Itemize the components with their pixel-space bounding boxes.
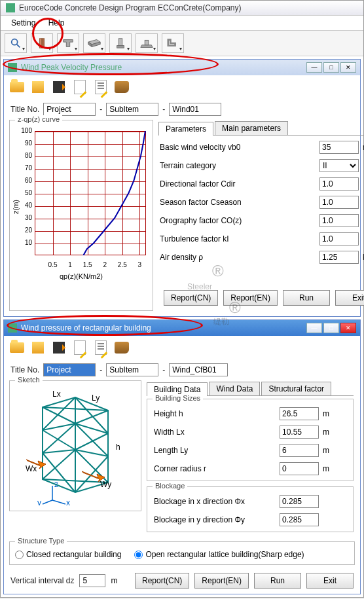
sketch-title: Sketch <box>15 376 43 384</box>
project-input-2[interactable] <box>43 363 96 376</box>
project-input[interactable] <box>43 103 96 116</box>
svg-rect-3 <box>42 39 45 48</box>
svg-text:h: h <box>116 443 120 452</box>
exit-button[interactable]: Exit <box>335 290 364 306</box>
tool-slab[interactable]: ▾ <box>83 33 105 53</box>
chart-xlabel: qp(z)(KN/m2) <box>60 272 103 280</box>
svg-rect-6 <box>145 40 149 45</box>
app-icon <box>6 3 15 12</box>
cseason-input[interactable] <box>319 196 359 209</box>
menu-setting[interactable]: Setting <box>6 17 41 29</box>
blockage-x-input[interactable] <box>280 495 319 508</box>
run-button[interactable]: Run <box>283 290 330 306</box>
cseason-label: Season factor Cseason <box>160 198 316 207</box>
svg-text:y: y <box>37 498 41 505</box>
open-button[interactable] <box>8 78 26 96</box>
width-input[interactable] <box>280 426 319 439</box>
open-button-2[interactable] <box>8 338 26 357</box>
cdir-label: Directional factor Cdir <box>160 179 316 189</box>
struct-title: Structure Type <box>15 537 67 545</box>
terrain-select[interactable]: II <box>319 159 359 172</box>
save-button-2[interactable] <box>29 338 47 357</box>
sketch-svg: Lx Ly h Wx Wy z x y <box>16 388 134 505</box>
tool-column[interactable]: ▾ <box>31 33 53 53</box>
dz-input[interactable] <box>79 574 105 587</box>
report-en-button-2[interactable]: Report(EN) <box>194 573 249 589</box>
wind-input[interactable] <box>169 103 221 116</box>
run-button-2[interactable]: Run <box>254 573 301 589</box>
svg-rect-5 <box>117 46 124 48</box>
exit-tool-button[interactable] <box>50 78 68 96</box>
sizes-title: Building Sizes <box>153 394 203 402</box>
folder-icon <box>10 342 24 353</box>
vb0-label: Basic wind velocity vb0 <box>160 143 316 152</box>
panel2-icon <box>8 323 17 333</box>
panel1-title: Wind Peak Velocity Pressure <box>21 63 306 72</box>
length-input[interactable] <box>280 444 319 457</box>
blockage-y-input[interactable] <box>280 513 319 526</box>
panel2-max[interactable]: □ <box>323 323 339 333</box>
tab-parameters[interactable]: Parameters <box>158 122 213 136</box>
tab-structural[interactable]: Structural factor <box>261 382 331 395</box>
edit-blank-icon <box>74 340 86 355</box>
cdir-input[interactable] <box>319 177 359 191</box>
rho-label: Air density ρ <box>160 253 316 262</box>
folder-icon <box>10 82 24 92</box>
panel1-titlebar[interactable]: Wind Peak Velocity Pressure — □ ✕ <box>4 60 360 75</box>
edit-doc-icon <box>95 340 107 355</box>
svg-line-13 <box>52 500 65 504</box>
panel-wind-peak: Wind Peak Velocity Pressure — □ ✕ Title … <box>3 59 361 317</box>
svg-text:Wx: Wx <box>26 464 37 473</box>
exit-button-2[interactable]: Exit <box>306 573 354 589</box>
blockage-title: Blockage <box>153 482 187 490</box>
menu-help[interactable]: Help <box>43 17 70 29</box>
save-button[interactable] <box>29 78 47 96</box>
exit-tool-button-2[interactable] <box>50 338 68 357</box>
panel2-close[interactable]: ✕ <box>340 323 356 333</box>
height-input[interactable] <box>280 407 319 420</box>
report-cn-button-2[interactable]: Report(CN) <box>135 573 189 589</box>
sketch-group: Sketch Lx Ly <box>9 380 141 511</box>
structure-type-group: Structure Type Closed rectangular buildi… <box>9 541 355 565</box>
tool-pipe[interactable]: ▾ <box>162 33 184 53</box>
svg-line-1 <box>17 45 20 48</box>
edit-a-button-2[interactable] <box>71 338 89 357</box>
help-button-2[interactable] <box>113 338 131 357</box>
tab-main-parameters[interactable]: Main parameters <box>215 121 288 135</box>
ki-input[interactable] <box>319 232 359 245</box>
radio-closed[interactable]: Closed rectangular building <box>15 550 121 559</box>
book-icon <box>115 81 129 93</box>
param-panel: Parameters Main parameters Basic wind ve… <box>157 120 364 311</box>
edit-b-button[interactable] <box>92 78 110 96</box>
tool-search[interactable]: ▾ <box>5 33 27 53</box>
subitem-input[interactable] <box>106 103 158 116</box>
edit-blank-icon <box>74 80 86 94</box>
terrain-label: Terrain category <box>160 161 316 170</box>
book-icon <box>115 342 129 354</box>
tab-wind[interactable]: Wind Data <box>209 382 260 395</box>
subitem-input-2[interactable] <box>106 363 158 376</box>
panel1-close[interactable]: ✕ <box>340 62 356 73</box>
panel1-max[interactable]: □ <box>323 62 339 73</box>
tool-tbeam[interactable]: ▾ <box>57 33 79 53</box>
rho-input[interactable] <box>319 251 359 264</box>
edit-b-button-2[interactable] <box>92 338 110 357</box>
panel2-min[interactable]: — <box>306 323 322 333</box>
tool-footing[interactable]: ▾ <box>136 33 158 53</box>
radio-open[interactable]: Open rectangular lattice building(Sharp … <box>134 550 304 559</box>
chart-area: z(m) qp(z)(KN/m2) 1020304050607080901000… <box>12 124 150 281</box>
panel2-titlebar[interactable]: Wind pressure of rectangular building — … <box>4 320 360 336</box>
panel1-min[interactable]: — <box>306 62 322 73</box>
report-cn-button[interactable]: Report(CN) <box>164 290 218 306</box>
radius-input[interactable] <box>280 462 319 475</box>
edit-a-button[interactable] <box>71 78 89 96</box>
vb0-input[interactable] <box>319 141 359 154</box>
app-title: EuroceCode Concrete Design Program ECCon… <box>19 3 241 12</box>
building-panel: Building Data Wind Data Structural facto… <box>145 380 355 534</box>
report-en-button[interactable]: Report(EN) <box>223 290 278 306</box>
save-icon <box>32 342 44 354</box>
help-button[interactable] <box>113 78 131 96</box>
co-input[interactable] <box>319 214 359 227</box>
tool-pier[interactable]: ▾ <box>109 33 132 53</box>
wind-input-2[interactable] <box>169 363 228 376</box>
